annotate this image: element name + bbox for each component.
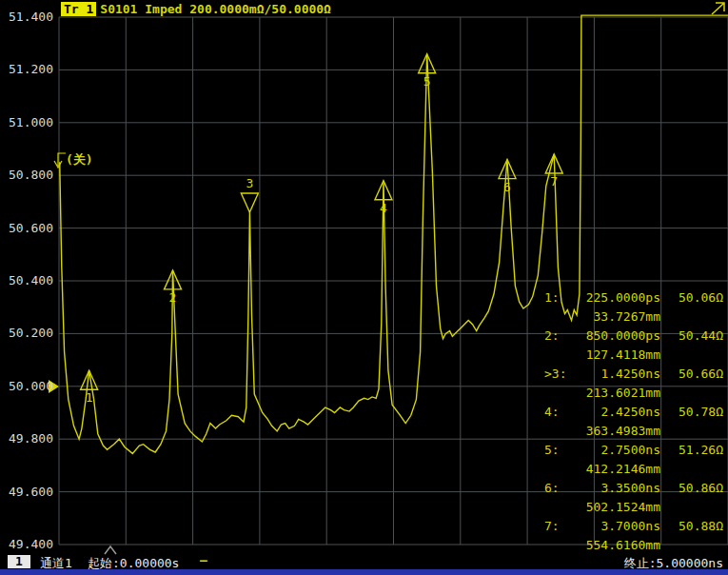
marker-table-row: 412.2146mm	[542, 460, 727, 479]
marker-table-impedance	[660, 498, 723, 517]
marker-table-impedance	[660, 307, 723, 327]
marker-table-value: 412.2146mm	[573, 460, 660, 479]
marker-table-row: 33.7267mm	[542, 307, 727, 327]
y-axis-tick-label: 50.000	[0, 379, 53, 394]
marker-table-impedance: 51.26Ω	[660, 441, 723, 460]
marker-table-value: 850.0000ps	[573, 327, 660, 346]
marker-table-impedance: 50.86Ω	[660, 479, 723, 498]
y-axis-tick-label: 51.200	[0, 62, 53, 77]
marker-table-value: 213.6021mm	[573, 384, 660, 403]
marker-table-value: 3.3500ns	[573, 479, 660, 498]
marker-table-value: 127.4118mm	[573, 346, 660, 365]
y-axis-tick-label: 49.800	[0, 431, 53, 446]
offscreen-up-right-arrow-icon	[712, 3, 724, 14]
x-axis-reference-caret-icon[interactable]	[105, 546, 116, 554]
marker-table-impedance	[660, 346, 723, 365]
y-axis-tick-label: 49.400	[0, 537, 53, 552]
marker-table-id	[542, 498, 573, 517]
marker-table-value: 2.4250ns	[573, 403, 660, 422]
marker-4-number[interactable]: 4	[380, 201, 387, 215]
marker-table-value: 2.7500ns	[573, 441, 660, 460]
analyzer-screen: 1234567 51.40051.20051.00050.80050.60050…	[0, 0, 728, 575]
marker-table-id	[542, 307, 573, 327]
marker-table-value: 225.0000ps	[573, 288, 660, 307]
trace-button[interactable]: Tr 1	[61, 2, 96, 16]
marker-table-impedance: 50.44Ω	[660, 327, 723, 346]
marker-1-number[interactable]: 1	[86, 390, 93, 405]
y-axis-tick-label: 50.200	[0, 326, 53, 341]
marker-table-id: 5:	[542, 441, 573, 460]
marker-table-row: 213.6021mm	[542, 384, 727, 403]
marker-table-id: 6:	[542, 479, 573, 498]
marker-table-value: 1.4250ns	[573, 365, 660, 384]
marker-table-id: 2:	[542, 327, 573, 346]
marker-table-impedance: 50.78Ω	[660, 403, 723, 422]
trace-format-label[interactable]: S0101 Imped 200.0000mΩ/50.0000Ω	[100, 2, 331, 16]
marker-table-value: 502.1524mm	[573, 498, 660, 517]
marker-table-impedance	[660, 422, 723, 441]
y-axis-tick-label: 49.600	[0, 485, 53, 500]
marker-table-row: 502.1524mm	[542, 498, 727, 517]
status-bar: 1 通道1 起始:0.00000s — 终止:5.00000ns	[0, 555, 728, 569]
marker-5-number[interactable]: 5	[423, 74, 431, 89]
marker-table-row: >3:1.4250ns50.66Ω	[542, 365, 727, 384]
marker-table-value: 3.7000ns	[573, 517, 660, 536]
marker-table-row: 5:2.7500ns51.26Ω	[542, 441, 727, 460]
marker-table-id: 7:	[542, 517, 573, 536]
marker-table-value: 363.4983mm	[573, 422, 660, 441]
trace-header: Tr 1S0101 Imped 200.0000mΩ/50.0000Ω	[61, 2, 331, 16]
marker-7-number[interactable]: 7	[550, 174, 558, 188]
marker-3-triangle-icon[interactable]	[241, 193, 258, 212]
window-bottom-strip	[0, 569, 728, 575]
marker-table-id	[542, 422, 573, 441]
marker-table-id	[542, 346, 573, 365]
marker-table-impedance	[660, 384, 723, 403]
marker-table-row: 4:2.4250ns50.78Ω	[542, 403, 727, 422]
marker-readout-table: 1:225.0000ps50.06Ω33.7267mm2:850.0000ps5…	[542, 288, 727, 555]
y-axis-tick-label: 50.600	[0, 221, 53, 236]
trace-style-icon: —	[200, 553, 207, 567]
marker-table-id: 4:	[542, 403, 573, 422]
marker-table-row: 1:225.0000ps50.06Ω	[542, 288, 727, 307]
marker-table-value: 33.7267mm	[573, 307, 660, 327]
marker-table-id	[542, 460, 573, 479]
y-axis-tick-label: 50.400	[0, 273, 53, 288]
marker-table-row: 6:3.3500ns50.86Ω	[542, 479, 727, 498]
marker-table-row: 127.4118mm	[542, 346, 727, 365]
marker-3-number[interactable]: 3	[246, 176, 253, 190]
marker-table-id	[542, 384, 573, 403]
marker-table-row: 7:3.7000ns50.88Ω	[542, 517, 727, 536]
y-axis-tick-label: 51.000	[0, 115, 53, 130]
marker-table-row: 363.4983mm	[542, 422, 727, 441]
marker-table-impedance	[660, 536, 723, 555]
y-axis-tick-label: 50.800	[0, 168, 53, 183]
y-axis-tick-label: 51.400	[0, 10, 53, 25]
trace-markers: 1234567	[81, 54, 563, 405]
marker-table-impedance: 50.66Ω	[660, 365, 723, 384]
marker-table-impedance	[660, 460, 723, 479]
marker-table-row: 2:850.0000ps50.44Ω	[542, 327, 727, 346]
marker-table-impedance: 50.06Ω	[660, 288, 723, 307]
marker-6-number[interactable]: 6	[503, 180, 511, 194]
marker-table-id: >3:	[542, 365, 573, 384]
marker-2-number[interactable]: 2	[169, 290, 177, 305]
marker-table-row: 554.6160mm	[542, 536, 727, 555]
marker-table-impedance: 50.88Ω	[660, 517, 723, 536]
marker-table-id	[542, 536, 573, 555]
gate-off-label: (关)	[66, 151, 93, 169]
marker-table-id: 1:	[542, 288, 573, 307]
channel-number-badge[interactable]: 1	[8, 555, 30, 568]
marker-table-value: 554.6160mm	[573, 536, 660, 555]
